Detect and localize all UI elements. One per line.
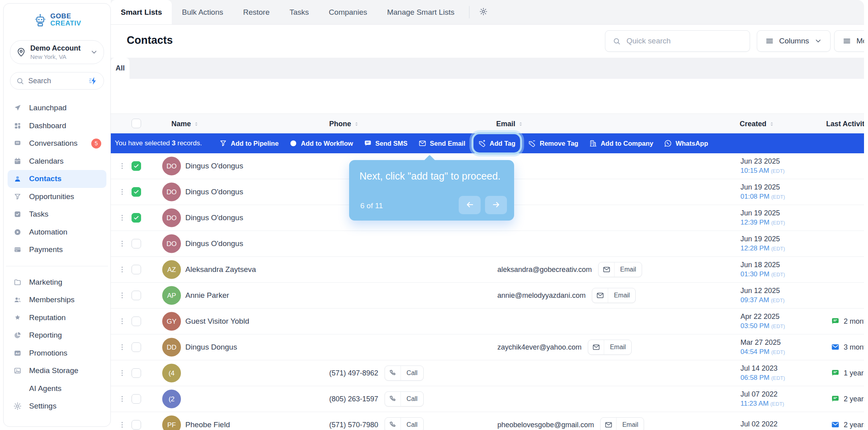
- contact-name[interactable]: Aleksandra Zaytseva: [185, 265, 256, 274]
- row-menu-kebab-icon[interactable]: [118, 240, 126, 248]
- select-all-checkbox[interactable]: [132, 119, 141, 128]
- sidebar-item-ai-agents[interactable]: AI Agents: [8, 380, 106, 398]
- sidebar-item-tasks[interactable]: Tasks: [8, 205, 106, 223]
- tab-tasks[interactable]: Tasks: [280, 0, 319, 24]
- sidebar-item-opportunities[interactable]: Opportunities: [8, 188, 106, 206]
- contact-name[interactable]: Dingus O'dongus: [185, 213, 243, 222]
- bulk-action-add-to-workflow[interactable]: Add to Workflow: [289, 139, 353, 147]
- bulk-action-send-email[interactable]: Send Email: [418, 139, 465, 147]
- created-timezone: (EDT): [771, 323, 785, 329]
- row-menu-kebab-icon[interactable]: [118, 291, 126, 300]
- bulk-action-label: Add to Workflow: [301, 140, 353, 147]
- row-checkbox[interactable]: [132, 317, 141, 326]
- sidebar-search[interactable]: [10, 72, 104, 90]
- row-menu-kebab-icon[interactable]: [118, 343, 126, 352]
- sidebar-search-input[interactable]: [28, 77, 84, 85]
- sidebar-item-media-storage[interactable]: Media Storage: [8, 362, 106, 380]
- row-checkbox[interactable]: [132, 394, 141, 404]
- bulk-action-add-to-company[interactable]: Add to Company: [589, 139, 653, 147]
- created-timezone: (EDT): [771, 349, 785, 355]
- row-checkbox[interactable]: [132, 291, 141, 300]
- bulk-action-add-tag[interactable]: Add Tag: [478, 139, 516, 147]
- column-header-phone[interactable]: Phone: [329, 114, 359, 134]
- row-menu-kebab-icon[interactable]: [118, 214, 126, 222]
- call-button[interactable]: Call: [385, 417, 424, 430]
- row-checkbox[interactable]: [132, 213, 141, 223]
- bulk-action-whatsapp[interactable]: WhatsApp: [664, 139, 708, 147]
- bulk-action-remove-tag[interactable]: Remove Tag: [528, 139, 578, 147]
- more-filters-button[interactable]: Mo: [834, 30, 864, 52]
- tab-all[interactable]: All: [111, 58, 130, 79]
- contact-name[interactable]: Dingus O'dongus: [185, 239, 243, 248]
- column-header-last-activity[interactable]: Last Activity: [826, 114, 864, 134]
- columns-button[interactable]: Columns: [757, 30, 831, 52]
- tab-bulk-actions[interactable]: Bulk Actions: [172, 0, 233, 24]
- row-menu-kebab-icon[interactable]: [118, 162, 126, 170]
- row-checkbox[interactable]: [132, 187, 141, 197]
- account-switcher[interactable]: Demo Account New York, VA: [10, 40, 104, 64]
- sidebar-item-settings[interactable]: Settings: [8, 397, 106, 415]
- email-button[interactable]: Email: [592, 288, 636, 303]
- contact-name[interactable]: Dingus Dongus: [185, 343, 237, 352]
- contact-name[interactable]: Dingus O'dongus: [185, 162, 243, 170]
- tooltip-prev-button[interactable]: [459, 196, 481, 214]
- chat-solid-icon: [831, 369, 840, 377]
- row-menu-kebab-icon[interactable]: [118, 395, 126, 403]
- call-button[interactable]: Call: [385, 366, 424, 381]
- tab-manage-smart-lists[interactable]: Manage Smart Lists: [377, 0, 464, 24]
- call-button[interactable]: Call: [385, 391, 424, 407]
- contacts-settings-button[interactable]: [472, 0, 495, 24]
- contact-name[interactable]: Annie Parker: [185, 291, 229, 300]
- tab-companies[interactable]: Companies: [319, 0, 377, 24]
- sidebar-item-memberships[interactable]: Memberships: [8, 291, 106, 309]
- row-checkbox[interactable]: [132, 161, 141, 171]
- tooltip-next-button[interactable]: [485, 196, 507, 214]
- sidebar-item-automation[interactable]: Automation: [8, 223, 106, 241]
- bulk-action-send-sms[interactable]: Send SMS: [364, 139, 408, 147]
- email-button[interactable]: Email: [600, 417, 644, 430]
- sidebar-item-calendars[interactable]: Calendars: [8, 152, 106, 170]
- chat-solid-icon: [831, 317, 840, 326]
- sidebar-item-conversations[interactable]: Conversations5: [8, 135, 106, 152]
- column-header-created[interactable]: Created: [740, 114, 774, 134]
- sidebar-item-dashboard[interactable]: Dashboard: [8, 117, 106, 135]
- created-date: Jun 19 2025: [740, 183, 785, 192]
- created-time: 10:15 AM: [740, 167, 769, 174]
- row-menu-kebab-icon[interactable]: [118, 266, 126, 274]
- tour-tooltip: Next, click "add tag" to proceed. 6 of 1…: [349, 160, 514, 221]
- row-checkbox[interactable]: [132, 342, 141, 352]
- row-menu-kebab-icon[interactable]: [118, 421, 126, 429]
- column-header-name[interactable]: Name: [171, 114, 199, 134]
- email-button[interactable]: Email: [598, 262, 642, 277]
- sidebar-item-label: Tasks: [29, 210, 49, 219]
- row-menu-kebab-icon[interactable]: [118, 369, 126, 377]
- row-checkbox[interactable]: [132, 368, 141, 378]
- column-header-email[interactable]: Email: [496, 114, 523, 134]
- row-checkbox[interactable]: [132, 265, 141, 274]
- tab-restore[interactable]: Restore: [233, 0, 280, 24]
- tab-smart-lists[interactable]: Smart Lists: [111, 0, 172, 24]
- bulk-action-add-to-pipeline[interactable]: Add to Pipeline: [219, 139, 279, 147]
- contact-name[interactable]: Pheobe Field: [185, 420, 230, 429]
- sidebar-item-reporting[interactable]: Reporting: [8, 326, 106, 344]
- sidebar-item-reputation[interactable]: Reputation: [8, 309, 106, 327]
- quick-search[interactable]: [605, 30, 750, 52]
- row-checkbox[interactable]: [132, 420, 141, 430]
- row-menu-kebab-icon[interactable]: [118, 188, 126, 196]
- funnel-icon: [219, 139, 227, 147]
- arrow-left-icon: [465, 200, 475, 211]
- row-menu-kebab-icon[interactable]: [118, 317, 126, 326]
- sidebar-item-marketing[interactable]: Marketing: [8, 274, 106, 291]
- email-button[interactable]: Email: [588, 340, 632, 355]
- contact-name[interactable]: Guest Visitor Yobld: [185, 317, 249, 326]
- sidebar-item-launchpad[interactable]: Launchpad: [8, 99, 106, 117]
- row-checkbox[interactable]: [132, 239, 141, 248]
- contact-name[interactable]: Dingus O'dongus: [185, 188, 243, 196]
- sidebar-item-contacts[interactable]: Contacts: [8, 170, 106, 188]
- sidebar-item-promotions[interactable]: AdPromotions: [8, 344, 106, 362]
- created-date: Jun 23 2025: [740, 157, 785, 166]
- created-date: Apr 22 2025: [740, 313, 785, 321]
- sidebar-item-payments[interactable]: Payments: [8, 241, 106, 259]
- card-icon: [13, 246, 22, 254]
- quick-search-input[interactable]: [626, 37, 742, 45]
